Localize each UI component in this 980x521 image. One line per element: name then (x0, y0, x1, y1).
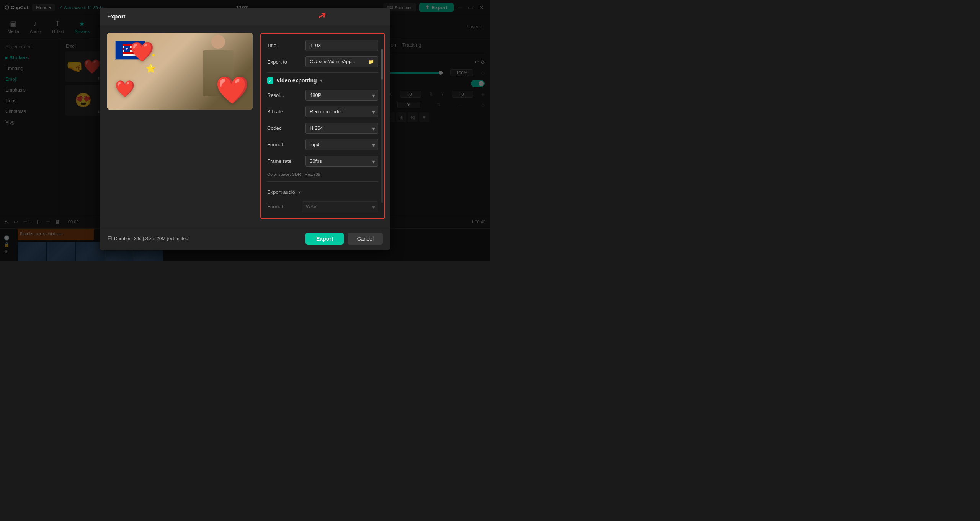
codec-label: Codec (267, 125, 302, 131)
framerate-row: Frame rate 24fps 25fps 30fps 50fps 60fps (267, 156, 378, 167)
codec-select-wrapper: H.264 H.265 ProRes (305, 123, 378, 134)
modal-body: ✚ ❤️ ❤️ ❤️ ⭐ ✦ (100, 25, 390, 227)
modal-footer: 🎞 Duration: 34s | Size: 20M (estimated) … (100, 227, 390, 250)
format-label: Format (267, 142, 302, 147)
title-input[interactable] (305, 40, 378, 51)
export-modal-button[interactable]: Export (305, 233, 344, 245)
video-exporting-arrow: ▾ (320, 78, 322, 83)
export-to-row: Export to C:/Users/Admin/App... 📁 (267, 56, 378, 67)
duration-info: 🎞 Duration: 34s | Size: 20M (estimated) (107, 236, 190, 241)
modal-header: Export (100, 8, 390, 25)
sparkle-icon: ✦ (151, 52, 156, 58)
scrollbar-thumb (381, 49, 383, 80)
export-path-text: C:/Users/Admin/App... (310, 59, 355, 64)
flag-cross: ✚ (124, 46, 130, 52)
cancel-button[interactable]: Cancel (348, 233, 383, 245)
bitrate-select-wrapper: Recommended Low Medium High (305, 106, 378, 117)
export-path-field[interactable]: C:/Users/Admin/App... 📁 (305, 56, 378, 67)
resolution-select-wrapper: 480P 720P 1080P 2K 4K (305, 90, 378, 101)
export-audio-label: Export audio (267, 189, 295, 195)
format-row: Format mp4 mov avi (267, 139, 378, 150)
audio-format-row: Format WAV (267, 201, 378, 212)
audio-format-select[interactable]: WAV (302, 201, 378, 212)
video-exporting-row: ✓ Video exporting ▾ (267, 77, 378, 84)
resolution-row: Resol... 480P 720P 1080P 2K 4K (267, 90, 378, 101)
duration-text: Duration: 34s | Size: 20M (estimated) (114, 236, 190, 241)
film-icon: 🎞 (107, 236, 112, 241)
heart-sticker-2: ❤️ (216, 74, 249, 106)
title-label: Title (267, 43, 302, 48)
video-exporting-checkbox[interactable]: ✓ (267, 77, 273, 84)
framerate-select[interactable]: 24fps 25fps 30fps 50fps 60fps (305, 156, 378, 167)
modal-preview: ✚ ❤️ ❤️ ❤️ ⭐ ✦ (107, 33, 253, 219)
export-audio-row[interactable]: Export audio ▾ (267, 186, 378, 198)
preview-background: ✚ ❤️ ❤️ ❤️ ⭐ ✦ (107, 33, 253, 110)
bitrate-select[interactable]: Recommended Low Medium High (305, 106, 378, 117)
heart-sticker-1: ❤️ (130, 41, 154, 63)
bitrate-row: Bit rate Recommended Low Medium High (267, 106, 378, 117)
modal-settings: Title Export to C:/Users/Admin/App... 📁 … (260, 33, 385, 219)
format-select-wrapper: mp4 mov avi (305, 139, 378, 150)
resolution-select[interactable]: 480P 720P 1080P 2K 4K (305, 90, 378, 101)
codec-row: Codec H.264 H.265 ProRes (267, 123, 378, 134)
scrollbar-track[interactable] (381, 49, 383, 203)
heart-sticker-3: ❤️ (115, 79, 135, 98)
audio-format-select-wrapper: WAV (302, 201, 378, 212)
person-head (211, 35, 225, 49)
framerate-select-wrapper: 24fps 25fps 30fps 50fps 60fps (305, 156, 378, 167)
star-sticker-1: ⭐ (145, 64, 156, 74)
resolution-label: Resol... (267, 92, 302, 98)
export-modal: Export ✚ (100, 8, 390, 250)
modal-overlay: Export ✚ (0, 0, 490, 260)
format-select[interactable]: mp4 mov avi (305, 139, 378, 150)
footer-buttons: Export Cancel (305, 233, 383, 245)
modal-title: Export (107, 13, 126, 20)
color-space-note: Color space: SDR - Rec.709 (267, 172, 378, 177)
divider-2 (267, 181, 378, 182)
folder-icon: 📁 (368, 59, 374, 64)
bitrate-label: Bit rate (267, 109, 302, 115)
export-to-label: Export to (267, 59, 302, 65)
export-audio-arrow: ▾ (298, 190, 301, 195)
video-exporting-label: Video exporting (276, 77, 317, 84)
preview-image: ✚ ❤️ ❤️ ❤️ ⭐ ✦ (107, 33, 253, 110)
codec-select[interactable]: H.264 H.265 ProRes (305, 123, 378, 134)
title-row: Title (267, 40, 378, 51)
framerate-label: Frame rate (267, 158, 302, 164)
divider-1 (267, 72, 378, 73)
audio-format-label: Format (267, 204, 302, 210)
